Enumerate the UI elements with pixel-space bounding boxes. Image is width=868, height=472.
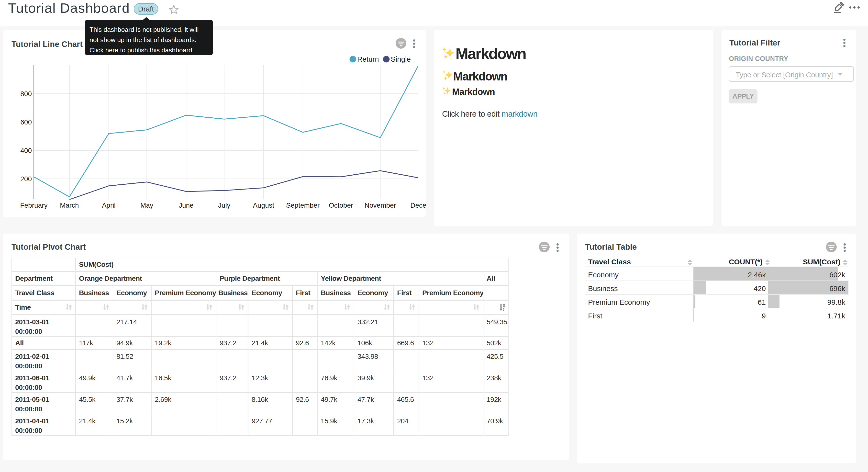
svg-text:October: October (329, 202, 353, 209)
svg-text:November: November (365, 202, 396, 209)
svg-text:May: May (141, 202, 153, 209)
svg-text:Return: Return (357, 55, 379, 63)
svg-text:April: April (102, 202, 116, 209)
svg-text:Single: Single (391, 55, 411, 63)
svg-text:March: March (60, 202, 79, 209)
svg-text:400: 400 (20, 147, 32, 154)
svg-text:September: September (286, 202, 319, 209)
svg-text:August: August (253, 202, 274, 209)
svg-text:July: July (218, 202, 230, 209)
svg-text:800: 800 (20, 90, 32, 97)
svg-text:February: February (20, 202, 48, 209)
svg-text:200: 200 (20, 175, 32, 183)
svg-text:600: 600 (20, 118, 32, 126)
svg-text:Dece: Dece (410, 202, 426, 209)
svg-text:June: June (179, 202, 194, 209)
